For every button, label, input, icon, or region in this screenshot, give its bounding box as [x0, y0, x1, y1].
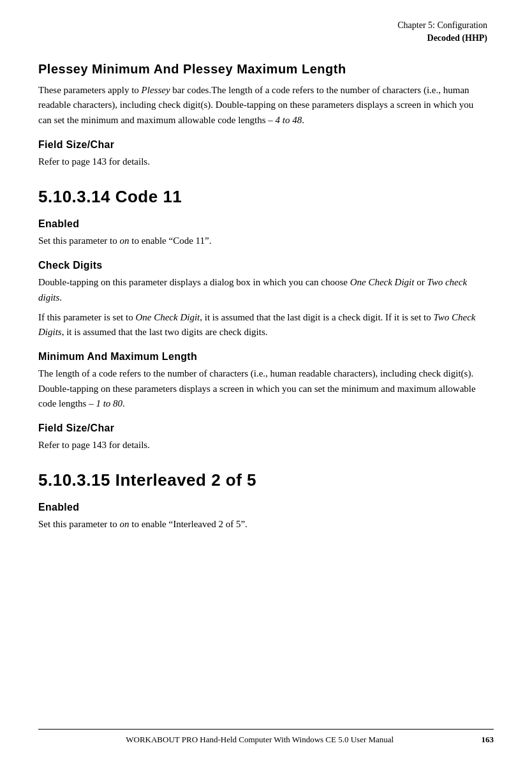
footer-page-number: 163 [482, 735, 494, 745]
min-max-body: The length of a code refers to the numbe… [38, 366, 487, 411]
enabled-1-body: Set this parameter to on to enable “Code… [38, 234, 487, 248]
check-digits-body1: Double-tapping on this parameter display… [38, 275, 487, 305]
plessey-body: These parameters apply to Plessey bar co… [38, 83, 487, 128]
code11-heading: 5.10.3.14 Code 11 [38, 187, 487, 207]
page: Chapter 5: Configuration Decoded (HHP) P… [0, 0, 532, 764]
header-subtitle: Decoded (HHP) [38, 32, 487, 45]
enabled-1-heading: Enabled [38, 218, 487, 230]
check-digits-body2: If this parameter is set to One Check Di… [38, 310, 487, 340]
field-size-char-2-body: Refer to page 143 for details. [38, 438, 487, 453]
enabled-2-body: Set this parameter to on to enable “Inte… [38, 517, 487, 532]
plessey-heading: Plessey Minimum And Plessey Maximum Leng… [38, 62, 487, 77]
field-size-char-1-body: Refer to page 143 for details. [38, 154, 487, 169]
interleaved-heading: 5.10.3.15 Interleaved 2 of 5 [38, 470, 487, 490]
content-area: Plessey Minimum And Plessey Maximum Leng… [38, 62, 487, 532]
check-digits-heading: Check Digits [38, 260, 487, 271]
page-header: Chapter 5: Configuration Decoded (HHP) [38, 19, 487, 44]
field-size-char-2-heading: Field Size/Char [38, 423, 487, 434]
page-footer: WORKABOUT PRO Hand-Held Computer With Wi… [0, 729, 532, 745]
footer-text: WORKABOUT PRO Hand-Held Computer With Wi… [38, 735, 482, 745]
min-max-heading: Minimum And Maximum Length [38, 351, 487, 363]
enabled-2-heading: Enabled [38, 502, 487, 513]
header-chapter: Chapter 5: Configuration [38, 19, 487, 32]
footer-inner: WORKABOUT PRO Hand-Held Computer With Wi… [38, 729, 494, 745]
field-size-char-1-heading: Field Size/Char [38, 139, 487, 151]
